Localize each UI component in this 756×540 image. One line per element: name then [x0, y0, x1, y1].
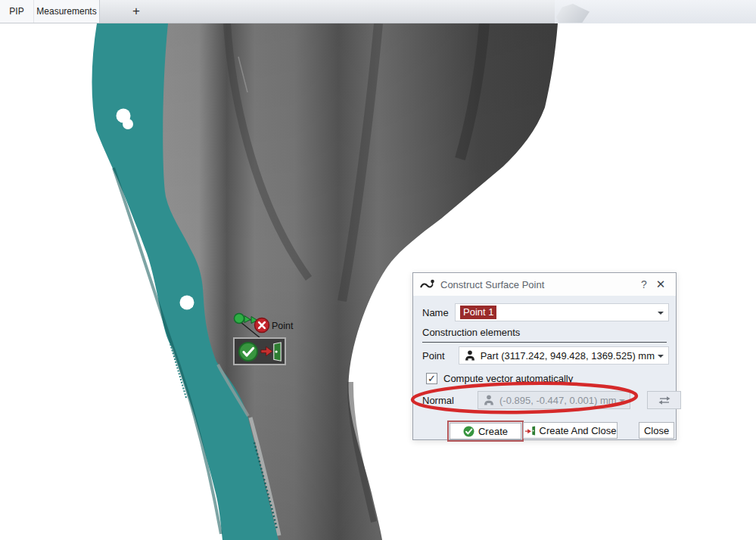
- create-and-close-icon: [524, 425, 536, 436]
- viewport-3d[interactable]: Point: [0, 0, 756, 540]
- chevron-down-icon[interactable]: [658, 355, 664, 358]
- chevron-down-icon[interactable]: [658, 312, 664, 315]
- chevron-down-icon: [619, 399, 625, 402]
- name-label: Name: [422, 307, 455, 318]
- compute-vector-checkbox[interactable]: [426, 373, 437, 384]
- name-combobox[interactable]: Point 1: [455, 303, 669, 321]
- confirm-create-and-close-button[interactable]: [260, 340, 283, 363]
- tab-bar: PIP Measurements +: [0, 0, 756, 23]
- close-button[interactable]: Close: [639, 422, 674, 439]
- create-and-close-door-icon: [260, 340, 283, 363]
- create-button-label: Create: [478, 426, 508, 437]
- confirm-create-button[interactable]: [237, 340, 260, 363]
- normal-value: (-0.895, -0.447, 0.001) mm: [499, 395, 616, 406]
- teal-surface-hole-2: [180, 296, 194, 310]
- point-preview-marker[interactable]: [235, 314, 244, 324]
- point-value: Part (3117.242, 949.428, 1369.525) mm: [481, 350, 655, 362]
- dialog-close-icon[interactable]: ✕: [652, 278, 669, 291]
- marker-inline-toolbar: [233, 337, 286, 365]
- construct-surface-point-dialog: Construct Surface Point ? ✕ Name Point 1…: [412, 272, 677, 440]
- compute-vector-label: Compute vector automatically: [443, 373, 573, 384]
- dialog-titlebar[interactable]: Construct Surface Point ? ✕: [413, 273, 676, 296]
- normal-label: Normal: [422, 395, 478, 406]
- create-button-highlight-frame: Create: [447, 421, 524, 442]
- create-and-close-button[interactable]: Create And Close: [523, 422, 618, 439]
- flip-normal-button[interactable]: [647, 391, 681, 409]
- teal-surface-hole-1b: [123, 119, 133, 129]
- create-and-close-label: Create And Close: [540, 425, 617, 436]
- point-label: Point: [422, 350, 459, 362]
- swap-arrows-icon: [658, 396, 671, 405]
- construction-elements-header: Construction elements: [422, 327, 667, 343]
- help-button[interactable]: ?: [636, 278, 652, 290]
- add-tab-button[interactable]: +: [120, 0, 153, 23]
- dialog-title: Construct Surface Point: [440, 279, 636, 290]
- surface-point-icon: [464, 350, 476, 362]
- surface-point-icon-disabled: [483, 395, 495, 406]
- surface-point-dialog-icon: [420, 279, 435, 290]
- application-window: Point Construct Surface Point: [0, 0, 756, 540]
- normal-combobox: (-0.895, -0.447, 0.001) mm: [478, 391, 630, 409]
- create-check-icon: [463, 426, 474, 437]
- create-button[interactable]: Create: [450, 423, 521, 439]
- tab-pip[interactable]: PIP: [0, 0, 34, 23]
- marker-label: Point: [272, 321, 294, 331]
- point-combobox[interactable]: Part (3117.242, 949.428, 1369.525) mm: [459, 346, 669, 365]
- close-button-label: Close: [644, 425, 669, 436]
- name-value: Point 1: [460, 306, 496, 319]
- tab-measurements[interactable]: Measurements: [34, 0, 100, 23]
- confirm-check-icon: [238, 341, 259, 362]
